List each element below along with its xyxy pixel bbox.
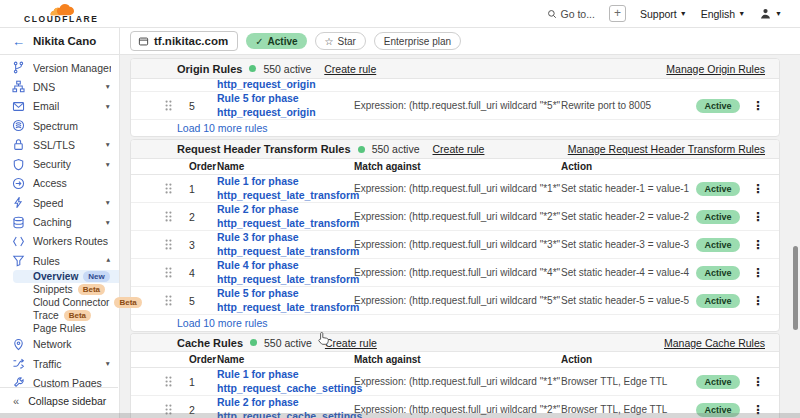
back-arrow-icon[interactable]: ← xyxy=(12,34,25,49)
rule-match: Expression: (http.request.full_uri wildc… xyxy=(354,183,561,194)
shield-icon xyxy=(12,158,25,171)
status-dot-icon xyxy=(358,146,365,153)
section-title: Request Header Transform Rules xyxy=(177,143,351,155)
sidebar-item-access[interactable]: Access xyxy=(0,174,119,193)
active-badge: Active xyxy=(696,182,739,196)
sidebar-item-security[interactable]: Security ▼ xyxy=(0,154,119,173)
rule-order: 3 xyxy=(189,239,217,251)
create-rule-link[interactable]: Create rule xyxy=(325,337,377,349)
table-row-partial: http_request_origin xyxy=(131,79,779,92)
account-menu[interactable]: ▼ xyxy=(759,7,782,20)
table-row: 1 Rule 1 for phasehttp_request_cache_set… xyxy=(131,368,779,396)
section-title: Cache Rules xyxy=(177,337,243,349)
cache-rules-header: Cache Rules 550 active Create rule Manag… xyxy=(131,334,779,352)
load-more-link[interactable]: Load 10 more rules xyxy=(177,317,267,329)
manage-transform-rules-link[interactable]: Manage Request Header Transform Rules xyxy=(568,143,765,155)
rule-name-link[interactable]: Rule 1 for phasehttp_request_cache_setti… xyxy=(217,368,354,394)
drag-handle-icon[interactable] xyxy=(165,239,189,250)
active-count: 550 active xyxy=(372,143,420,155)
add-button[interactable]: + xyxy=(609,5,626,22)
status-badge: ✓ Active xyxy=(246,33,306,49)
spectrum-icon xyxy=(12,119,25,132)
sidebar-item-rules-trace[interactable]: Trace Beta xyxy=(0,309,119,322)
column-order: Order xyxy=(189,354,217,365)
rule-name-link[interactable]: Rule 4 for phasehttp_request_late_transf… xyxy=(217,259,354,285)
sidebar-item-ssl-tls[interactable]: SSL/TLS ▼ xyxy=(0,135,119,154)
rule-action: Set static header-2 = value-2 xyxy=(561,211,693,222)
drag-handle-icon[interactable] xyxy=(165,376,189,387)
table-row: 1 Rule 1 for phasehttp_request_late_tran… xyxy=(131,175,779,203)
drag-handle-icon[interactable] xyxy=(165,100,189,111)
rule-name-link[interactable]: Rule 5 for phasehttp_request_late_transf… xyxy=(217,287,354,313)
kebab-menu-icon[interactable]: ⋮ xyxy=(752,375,764,389)
account-bar: ← Nikita Cano tf.nikitac.com ✓ Active ☆ … xyxy=(0,28,800,55)
sidebar-item-rules-overview[interactable]: Overview New xyxy=(13,270,119,283)
load-more-link[interactable]: Load 10 more rules xyxy=(177,122,267,134)
rule-match: Expression: (http.request.full_uri wildc… xyxy=(354,239,561,250)
sidebar-item-caching[interactable]: Caching ▼ xyxy=(0,212,119,231)
sidebar: Version Management DNS ▼ Email ▼ Spectru… xyxy=(0,55,120,418)
table-row: 2 Rule 2 for phasehttp_request_late_tran… xyxy=(131,203,779,231)
load-more-row: Load 10 more rules xyxy=(131,315,779,331)
sidebar-item-dns[interactable]: DNS ▼ xyxy=(0,77,119,96)
active-count: 550 active xyxy=(263,63,311,75)
global-search[interactable]: Go to... xyxy=(547,8,595,20)
kebab-menu-icon[interactable]: ⋮ xyxy=(752,294,764,308)
rule-order: 2 xyxy=(189,211,217,223)
email-icon xyxy=(12,100,25,113)
scrollbar-thumb[interactable] xyxy=(793,246,798,330)
sidebar-item-email[interactable]: Email ▼ xyxy=(0,97,119,116)
sidebar-item-rules-page-rules[interactable]: Page Rules xyxy=(0,322,119,335)
sidebar-item-rules[interactable]: Rules ▼ xyxy=(0,251,119,270)
create-rule-link[interactable]: Create rule xyxy=(433,143,485,155)
rule-name-link[interactable]: Rule 3 for phasehttp_request_late_transf… xyxy=(217,231,354,257)
rule-action: Browser TTL, Edge TTL xyxy=(561,376,693,387)
kebab-menu-icon[interactable]: ⋮ xyxy=(752,99,764,113)
drag-handle-icon[interactable] xyxy=(165,211,189,222)
beta-badge: Beta xyxy=(114,297,141,308)
rule-name-link[interactable]: http_request_origin xyxy=(217,79,354,91)
cloudflare-logo[interactable]: CLOUDFLARE xyxy=(24,4,99,24)
kebab-menu-icon[interactable]: ⋮ xyxy=(752,238,764,252)
sidebar-item-rules-snippets[interactable]: Snippets Beta xyxy=(0,283,119,296)
sidebar-item-version-management[interactable]: Version Management xyxy=(0,58,119,77)
rule-order: 5 xyxy=(189,100,217,112)
search-icon xyxy=(547,9,557,19)
drag-handle-icon[interactable] xyxy=(165,295,189,306)
sidebar-item-traffic[interactable]: Traffic ▼ xyxy=(0,354,119,373)
sidebar-item-workers-routes[interactable]: Workers Routes xyxy=(0,232,119,251)
window-bottom-strip xyxy=(0,413,800,418)
support-menu[interactable]: Support ▼ xyxy=(640,8,687,20)
manage-origin-rules-link[interactable]: Manage Origin Rules xyxy=(666,63,765,75)
sidebar-item-rules-cloud-connector[interactable]: Cloud Connector Beta xyxy=(0,296,119,309)
kebab-menu-icon[interactable]: ⋮ xyxy=(752,182,764,196)
drag-handle-icon[interactable] xyxy=(165,267,189,278)
kebab-menu-icon[interactable]: ⋮ xyxy=(752,266,764,280)
rule-match: Expression: (http.request.full_uri wildc… xyxy=(354,295,561,306)
caching-icon xyxy=(12,216,25,229)
check-icon: ✓ xyxy=(255,36,263,47)
sidebar-item-speed[interactable]: Speed ▼ xyxy=(0,193,119,212)
drag-handle-icon[interactable] xyxy=(165,183,189,194)
column-name: Name xyxy=(217,161,354,172)
rule-name-link[interactable]: Rule 1 for phasehttp_request_late_transf… xyxy=(217,175,354,201)
domain-selector[interactable]: tf.nikitac.com xyxy=(130,31,238,51)
transform-rules-header: Request Header Transform Rules 550 activ… xyxy=(131,140,779,159)
chevron-down-icon: ▼ xyxy=(105,103,111,110)
star-button[interactable]: ☆ Star xyxy=(315,32,366,50)
create-rule-link[interactable]: Create rule xyxy=(324,63,376,75)
rule-order: 5 xyxy=(189,295,217,307)
sidebar-item-network[interactable]: Network xyxy=(0,335,119,354)
manage-cache-rules-link[interactable]: Manage Cache Rules xyxy=(664,337,765,349)
collapse-sidebar-button[interactable]: « Collapse sidebar xyxy=(0,387,118,413)
language-menu[interactable]: English ▼ xyxy=(701,8,745,20)
column-match: Match against xyxy=(354,161,561,172)
table-column-headers: Order Name Match against Action xyxy=(131,159,779,175)
rule-name-link[interactable]: Rule 2 for phasehttp_request_late_transf… xyxy=(217,203,354,229)
rule-name-link[interactable]: Rule 5 for phasehttp_request_origin xyxy=(217,92,354,118)
rule-action: Set static header-1 = value-1 xyxy=(561,183,693,194)
kebab-menu-icon[interactable]: ⋮ xyxy=(752,210,764,224)
sidebar-item-spectrum[interactable]: Spectrum xyxy=(0,116,119,135)
rule-order: 1 xyxy=(189,183,217,195)
table-row: 5 Rule 5 for phasehttp_request_late_tran… xyxy=(131,287,779,315)
